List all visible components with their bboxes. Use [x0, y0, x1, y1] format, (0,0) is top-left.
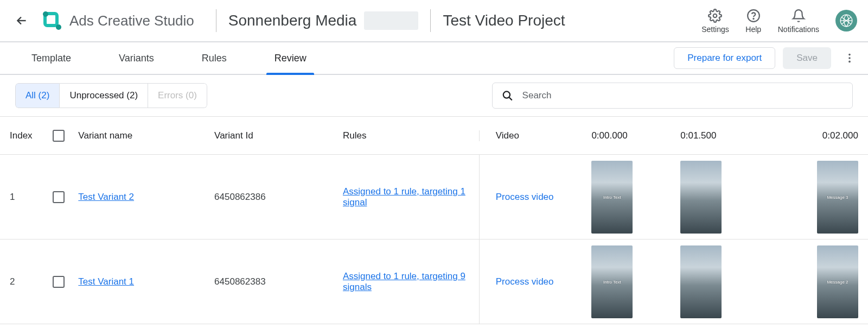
col-check [53, 130, 78, 142]
search-icon [501, 89, 514, 102]
video-thumb[interactable]: Intro Text [591, 161, 633, 234]
col-name: Variant name [78, 130, 214, 141]
search-container[interactable] [492, 83, 853, 109]
svg-point-7 [848, 54, 851, 56]
help-label: Help [745, 25, 761, 34]
video-thumb[interactable]: Intro Text [591, 245, 633, 318]
tab-actions: Prepare for export Save [674, 47, 860, 69]
svg-point-5 [753, 18, 754, 19]
variant-id: 6450862383 [214, 276, 343, 287]
thumb-label: Message 3 [827, 194, 848, 199]
select-all-checkbox[interactable] [53, 130, 65, 142]
product-name: Ads Creative Studio [69, 12, 194, 29]
project-name: Test Video Project [443, 12, 565, 29]
help-icon [745, 8, 762, 24]
tabs-row: Template Variants Rules Review Prepare f… [0, 42, 868, 75]
row-index: 2 [10, 276, 53, 287]
tab-template[interactable]: Template [8, 42, 95, 74]
org-breadcrumb[interactable]: Sonnenberg Media [228, 11, 419, 30]
settings-label: Settings [701, 25, 729, 34]
col-time-0: 0:00.000 [591, 130, 680, 141]
svg-point-3 [713, 14, 717, 18]
segment-label: Errors (0) [158, 90, 197, 100]
col-id: Variant Id [214, 130, 343, 141]
col-time-2: 0:02.000 [769, 130, 858, 141]
filter-all[interactable]: All (2) [15, 83, 60, 108]
table-row: 2 Test Variant 1 6450862383 Assigned to … [0, 240, 868, 324]
thumb-label: Intro Text [603, 194, 621, 199]
row-checkbox[interactable] [53, 276, 65, 288]
filter-segments: All (2) Unprocessed (2) Errors (0) [15, 83, 207, 108]
svg-point-8 [848, 57, 851, 59]
product-logo-icon [42, 11, 62, 30]
variant-name-link[interactable]: Test Variant 2 [78, 192, 134, 202]
tab-review[interactable]: Review [251, 42, 330, 74]
table-header: Index Variant name Variant Id Rules Vide… [0, 117, 868, 155]
header-actions: Settings Help Notifications [701, 8, 819, 34]
col-video: Video [479, 130, 592, 141]
svg-point-10 [503, 91, 510, 98]
save-button[interactable]: Save [783, 47, 831, 69]
svg-point-1 [43, 11, 48, 17]
segment-label: All (2) [25, 90, 49, 100]
svg-point-9 [848, 61, 851, 63]
video-thumb[interactable]: Message 2 [817, 245, 858, 318]
arrow-left-icon [15, 14, 29, 28]
project-breadcrumb[interactable]: Test Video Project [443, 12, 565, 29]
tab-label: Rules [202, 53, 227, 64]
org-chip [364, 11, 418, 30]
tab-rules[interactable]: Rules [178, 42, 251, 74]
divider [216, 9, 216, 32]
product-logo-wrap[interactable]: Ads Creative Studio [42, 11, 194, 30]
button-label: Save [796, 53, 818, 64]
thumb-label: Intro Text [603, 279, 621, 284]
svg-point-2 [56, 24, 61, 30]
row-index: 1 [10, 192, 53, 203]
button-label: Prepare for export [687, 53, 762, 64]
video-thumb[interactable] [680, 161, 722, 234]
org-name: Sonnenberg Media [228, 12, 357, 29]
col-rules: Rules [343, 130, 479, 141]
help-button[interactable]: Help [745, 8, 762, 34]
notifications-button[interactable]: Notifications [778, 8, 819, 34]
tab-label: Review [275, 53, 307, 64]
tab-label: Template [31, 53, 71, 64]
variant-name-link[interactable]: Test Variant 1 [78, 276, 134, 287]
top-header: Ads Creative Studio Sonnenberg Media Tes… [0, 0, 868, 42]
tab-label: Variants [119, 53, 154, 64]
notifications-label: Notifications [778, 25, 819, 34]
globe-icon [839, 14, 853, 28]
process-video-link[interactable]: Process video [496, 192, 554, 203]
video-thumb[interactable] [680, 245, 722, 318]
col-time-1: 0:01.500 [680, 130, 769, 141]
back-button[interactable] [11, 10, 33, 31]
tabs: Template Variants Rules Review [8, 42, 330, 74]
search-input[interactable] [521, 90, 844, 102]
more-button[interactable] [839, 47, 860, 69]
filter-errors: Errors (0) [148, 83, 207, 108]
bell-icon [790, 8, 807, 24]
rules-link[interactable]: Assigned to 1 rule, targeting 1 signal [343, 186, 465, 207]
prepare-export-button[interactable]: Prepare for export [674, 47, 775, 69]
avatar[interactable] [835, 10, 857, 31]
divider [430, 9, 431, 32]
tab-variants[interactable]: Variants [95, 42, 178, 74]
video-thumb[interactable]: Message 3 [817, 161, 858, 234]
thumb-label: Message 2 [827, 279, 848, 284]
table-row: 1 Test Variant 2 6450862386 Assigned to … [0, 155, 868, 240]
variant-id: 6450862386 [214, 192, 343, 203]
process-video-link[interactable]: Process video [496, 276, 554, 287]
gear-icon [707, 8, 723, 24]
col-index: Index [10, 130, 53, 141]
settings-button[interactable]: Settings [701, 8, 729, 34]
segment-label: Unprocessed (2) [69, 90, 138, 100]
filter-unprocessed[interactable]: Unprocessed (2) [60, 83, 148, 108]
rules-link[interactable]: Assigned to 1 rule, targeting 9 signals [343, 271, 465, 292]
more-vert-icon [844, 52, 856, 64]
row-checkbox[interactable] [53, 191, 65, 203]
filter-row: All (2) Unprocessed (2) Errors (0) [0, 75, 868, 117]
